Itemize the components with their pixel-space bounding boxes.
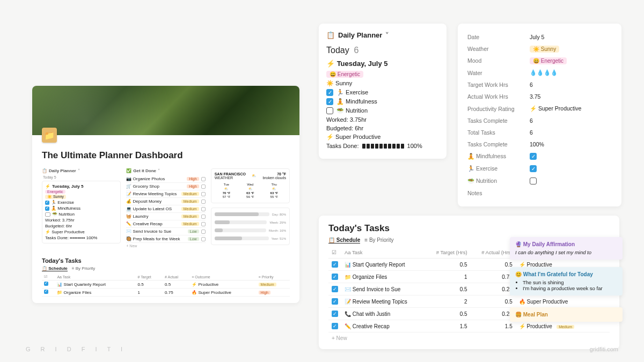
check-icon[interactable]: ✓ — [530, 165, 537, 172]
info-value: 💧💧💧💧 — [530, 69, 612, 76]
table-row[interactable]: ✓📝 Review Meeting Topics20.5🔥 Super Prod… — [328, 295, 610, 308]
info-row: Water💧💧💧💧 — [467, 67, 612, 79]
exercise-check[interactable] — [45, 201, 49, 205]
brand-left: G R I D F I T I — [26, 346, 127, 352]
task-row[interactable]: 💻 Update to Latest OSMedium — [126, 205, 205, 213]
habit-row[interactable]: ✓🥗 Nutrition — [326, 107, 439, 114]
value-badge: 😄 Energetic — [530, 57, 567, 64]
task-checkbox[interactable] — [201, 215, 206, 219]
info-key: 🏃 Exercise — [467, 165, 530, 172]
priority-badge: Low — [188, 237, 199, 241]
wx-sub: WEATHER — [215, 176, 246, 180]
mindfulness-check[interactable] — [45, 206, 49, 211]
tasks-done-row: Tasks Done: 100% — [326, 143, 439, 149]
task-checkbox[interactable] — [44, 290, 48, 294]
progress-row: Week: 29% — [215, 218, 286, 226]
task-checkbox[interactable]: ✓ — [332, 323, 338, 329]
mood-badge: 😄 Energetic — [326, 71, 363, 78]
list-item: I'm having a productive week so far — [523, 285, 617, 291]
list-item: The sun is shining — [523, 279, 617, 285]
task-checkbox[interactable] — [201, 237, 206, 241]
priority-badge: Medium — [181, 222, 199, 226]
task-row[interactable]: 📝 Review Meeting TopicsMedium — [126, 190, 205, 198]
priority-badge: Low — [188, 230, 199, 233]
task-checkbox[interactable]: ✓ — [332, 286, 338, 292]
table-row[interactable]: 📁 Organize Files10.75🔥 Super ProductiveH… — [42, 289, 290, 297]
task-row[interactable]: 🧺 LaundryMedium — [126, 213, 205, 220]
planner-header[interactable]: 📋 Daily Planner ˅ — [326, 31, 439, 39]
priority-badge: High — [187, 184, 199, 188]
planner-day[interactable]: ⚡ Tuesday, July 5 — [326, 60, 439, 68]
budgeted-label: Budgeted: 6hr — [45, 223, 118, 229]
value-badge: ☀️ Sunny — [530, 46, 559, 53]
get-it-done-toggle[interactable]: ✅Get it Done˅ — [126, 168, 205, 173]
worked-label: Worked: 3.75hr — [45, 217, 118, 223]
info-key: Notes — [467, 190, 530, 196]
new-task-button[interactable]: + New — [328, 333, 610, 344]
info-row: DateJuly 5 — [467, 31, 612, 43]
priority-badge: Medium — [181, 200, 199, 203]
table-row[interactable]: 📊 Start Quarterly Report0.50.5⚡ Producti… — [42, 280, 290, 289]
wx-temp: 70 °F — [262, 172, 286, 176]
brand-right: gridfiti.com — [590, 346, 618, 352]
daily-planner-toggle[interactable]: 📋Daily Planner˅ — [42, 168, 121, 173]
tab-by-priority[interactable]: ≡ By Priority — [72, 266, 95, 271]
habit-checkbox[interactable]: ✓ — [326, 98, 333, 105]
info-key: 🥗 Nutrition — [467, 178, 530, 184]
task-checkbox[interactable] — [201, 200, 206, 204]
day-info-panel: DateJuly 5Weather☀️ SunnyMood😄 Energetic… — [458, 24, 621, 206]
affirmation-callout[interactable]: 🔮 My Daily Affirmation I can do anything… — [510, 237, 623, 260]
task-row[interactable]: 💰 Deposit MoneyMedium — [126, 198, 205, 205]
progress-widget: Day: 80%Week: 29%Month: 16%Year: 51% — [211, 208, 290, 245]
meal-plan-callout[interactable]: 🍔 Meal Plan — [510, 307, 623, 322]
info-row: 🧘 Mindfulness✓ — [467, 150, 612, 162]
task-checkbox[interactable] — [201, 177, 206, 181]
task-checkbox[interactable]: ✓ — [332, 298, 338, 305]
grateful-callout[interactable]: 😊 What I'm Grateful for Today The sun is… — [510, 267, 623, 295]
task-row[interactable]: ✉️ Send Invoice to SueLow — [126, 228, 205, 235]
task-row[interactable]: 🥘 Prep Meals for the WeekLow — [126, 235, 205, 243]
today-label: Today — [326, 46, 349, 55]
tab-schedule[interactable]: 📋 Schedule — [42, 266, 68, 271]
daily-card[interactable]: ⚡ Tuesday, July 5 Energetic ☀️ Sunny 🏃 E… — [42, 181, 121, 243]
task-row[interactable]: 📷 Organize PhotosHigh — [126, 175, 205, 183]
task-checkbox[interactable] — [201, 184, 206, 189]
task-checkbox[interactable] — [44, 282, 48, 286]
info-row: Notes — [467, 187, 612, 199]
habit-checkbox[interactable]: ✓ — [326, 89, 333, 96]
tab-schedule[interactable]: 📋 Schedule — [328, 237, 360, 243]
task-row[interactable]: ✏️ Creative RecapMedium — [126, 220, 205, 228]
mini-task-table: ☑Aa Task # Target # Actual ≡ Outcome ≡ P… — [42, 274, 290, 297]
task-checkbox[interactable]: ✓ — [332, 261, 338, 268]
new-button[interactable]: + New — [126, 243, 205, 249]
check-icon[interactable]: ✓ — [530, 178, 537, 184]
task-row[interactable]: 🛒 Grocery ShopHigh — [126, 183, 205, 190]
nutrition-check[interactable] — [45, 212, 50, 217]
mood-badge: Energetic — [45, 190, 65, 194]
habit-checkbox[interactable]: ✓ — [326, 107, 333, 114]
worked-label: Worked: 3.75hr — [326, 116, 439, 123]
weather-widget: SAN FRANCISCO WEATHER ⛅ 70 °F broken clo… — [211, 168, 290, 203]
task-checkbox[interactable]: ✓ — [332, 311, 338, 317]
habit-row[interactable]: ✓🧘 Mindfulness — [326, 98, 439, 105]
info-key: Mood — [467, 57, 530, 64]
task-checkbox[interactable] — [201, 222, 206, 226]
tab-by-priority[interactable]: ≡ By Priority — [364, 237, 393, 243]
wx-city: SAN FRANCISCO — [215, 172, 246, 176]
info-key: Productivity Rating — [467, 106, 530, 112]
info-key: Tasks Complete — [467, 117, 530, 124]
task-checkbox[interactable] — [201, 230, 206, 234]
task-checkbox[interactable]: ✓ — [332, 274, 338, 280]
info-row: Total Tasks6 — [467, 127, 612, 138]
daily-planner-panel: 📋 Daily Planner ˅ Today 6 ⚡ Tuesday, Jul… — [319, 24, 447, 159]
info-row: 🏃 Exercise✓ — [467, 162, 612, 175]
dashboard-card: 📁 The Ultimate Planner Dashboard 📋Daily … — [32, 86, 299, 303]
task-checkbox[interactable] — [201, 192, 206, 196]
habit-row[interactable]: ✓🏃 Exercise — [326, 89, 439, 96]
done-label: Tasks Done: ▪▪▪▪▪▪▪▪▪▪ 100% — [45, 235, 118, 241]
progress-row: Month: 16% — [215, 226, 286, 234]
todays-tasks-heading: Today's Tasks — [42, 257, 290, 264]
task-checkbox[interactable] — [201, 207, 206, 211]
check-icon[interactable]: ✓ — [530, 153, 537, 160]
weather-badge: ☀️ Sunny — [45, 195, 66, 199]
